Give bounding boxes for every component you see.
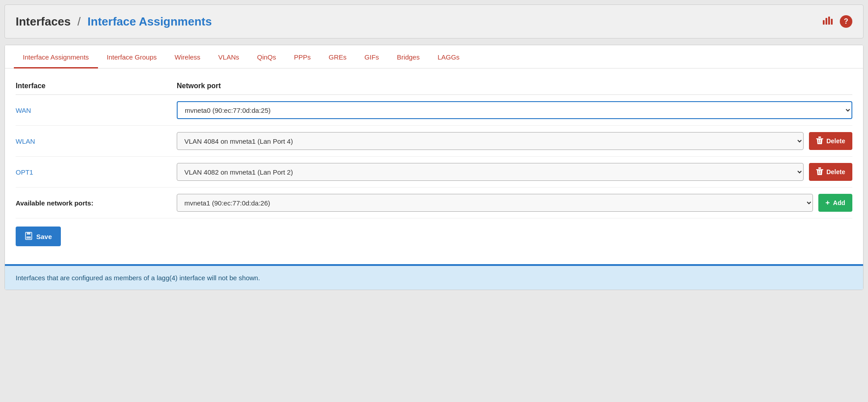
plus-icon: + (825, 198, 830, 207)
interface-wan-label: WAN (16, 107, 177, 114)
interface-wan-link[interactable]: WAN (16, 107, 31, 114)
wlan-port-select[interactable]: VLAN 4084 on mvneta1 (Lan Port 4) (177, 132, 804, 150)
breadcrumb-active: Interface Assignments (88, 15, 212, 28)
svg-rect-1 (825, 18, 827, 25)
svg-rect-9 (27, 232, 30, 235)
wlan-delete-button[interactable]: Delete (809, 132, 852, 150)
breadcrumb-separator: / (77, 15, 81, 28)
interface-wlan-link[interactable]: WLAN (16, 137, 35, 145)
available-ports-row: Available network ports: mvneta1 (90:ec:… (16, 188, 852, 218)
tab-wireless[interactable]: Wireless (166, 45, 209, 68)
tab-vlans[interactable]: VLANs (209, 45, 248, 68)
add-label: Add (833, 199, 845, 206)
header-icons: ? (820, 13, 852, 30)
add-button[interactable]: + Add (818, 194, 852, 212)
chart-button[interactable] (820, 13, 834, 30)
tab-interface-assignments[interactable]: Interface Assignments (14, 45, 98, 68)
help-icon: ? (844, 17, 848, 26)
trash-icon (816, 137, 823, 146)
info-box: Interfaces that are configured as member… (5, 264, 863, 290)
breadcrumb-prefix: Interfaces (16, 15, 71, 28)
opt1-delete-label: Delete (826, 168, 845, 175)
save-icon (25, 232, 33, 241)
page-header: Interfaces / Interface Assignments ? (4, 4, 864, 38)
svg-rect-10 (26, 236, 31, 239)
svg-rect-4 (816, 138, 823, 139)
interface-opt1-link[interactable]: OPT1 (16, 168, 33, 176)
tab-interface-groups[interactable]: Interface Groups (98, 45, 166, 68)
info-message: Interfaces that are configured as member… (16, 274, 260, 282)
table-row: WAN mvneta0 (90:ec:77:0d:da:25) (16, 95, 852, 126)
nav-tabs: Interface Assignments Interface Groups W… (5, 45, 863, 68)
save-button[interactable]: Save (16, 227, 61, 246)
trash-icon (816, 167, 823, 177)
interface-opt1-label: OPT1 (16, 168, 177, 176)
available-ports-select[interactable]: mvneta1 (90:ec:77:0d:da:26) (177, 194, 813, 212)
tab-gifs[interactable]: GIFs (356, 45, 388, 68)
available-ports-col: mvneta1 (90:ec:77:0d:da:26) + Add (177, 194, 852, 212)
svg-rect-0 (823, 20, 825, 25)
svg-rect-7 (818, 167, 821, 169)
tab-ppps[interactable]: PPPs (285, 45, 320, 68)
bar-chart-icon (822, 17, 833, 28)
table-row: WLAN VLAN 4084 on mvneta1 (Lan Port 4) (16, 126, 852, 157)
help-button[interactable]: ? (840, 15, 852, 28)
svg-rect-5 (818, 137, 821, 138)
wan-port-select[interactable]: mvneta0 (90:ec:77:0d:da:25) (177, 101, 852, 119)
interface-wlan-label: WLAN (16, 137, 177, 145)
opt1-port-select[interactable]: VLAN 4082 on mvneta1 (Lan Port 2) (177, 163, 804, 181)
svg-rect-6 (816, 169, 823, 170)
tab-laggs[interactable]: LAGGs (429, 45, 468, 68)
breadcrumb: Interfaces / Interface Assignments (16, 15, 212, 29)
table-header: Interface Network port (16, 77, 852, 95)
wlan-port-col: VLAN 4084 on mvneta1 (Lan Port 4) Delete (177, 132, 852, 150)
col-port-header: Network port (177, 82, 852, 90)
tab-gres[interactable]: GREs (320, 45, 356, 68)
col-interface-header: Interface (16, 82, 177, 90)
available-ports-label: Available network ports: (16, 199, 177, 207)
wlan-delete-label: Delete (826, 137, 845, 145)
opt1-delete-button[interactable]: Delete (809, 163, 852, 181)
tab-bridges[interactable]: Bridges (388, 45, 429, 68)
save-label: Save (36, 233, 52, 240)
tab-qinqs[interactable]: QinQs (248, 45, 285, 68)
svg-rect-2 (828, 17, 830, 25)
opt1-port-col: VLAN 4082 on mvneta1 (Lan Port 2) Delete (177, 163, 852, 181)
table-row: OPT1 VLAN 4082 on mvneta1 (Lan Port 2) (16, 157, 852, 188)
svg-rect-3 (831, 19, 833, 25)
table-area: Interface Network port WAN mvneta0 (90:e… (5, 68, 863, 257)
wan-port-col: mvneta0 (90:ec:77:0d:da:25) (177, 101, 852, 119)
main-content: Interface Assignments Interface Groups W… (4, 45, 864, 290)
